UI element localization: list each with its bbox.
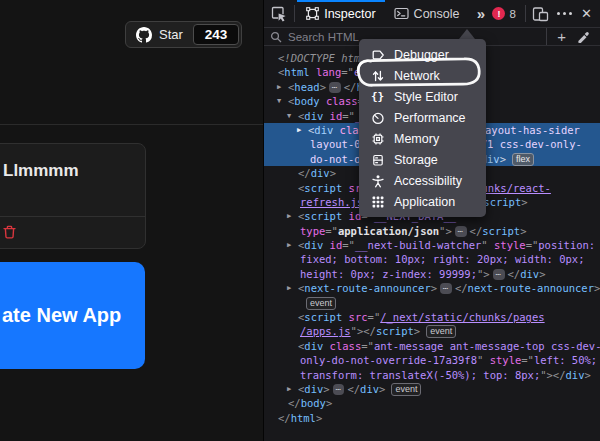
markup-node-line[interactable]: transform: translateX(-50%); top: 8px;">… xyxy=(264,368,600,382)
more-tabs-button[interactable]: » xyxy=(468,2,492,26)
create-new-app-button[interactable]: ate New App xyxy=(0,262,145,369)
expand-arrow-icon[interactable]: ▼ xyxy=(287,109,291,123)
style-editor-icon: {} xyxy=(370,90,385,103)
event-badge[interactable]: event xyxy=(306,297,336,310)
menu-item-debugger[interactable]: Debugger xyxy=(359,44,486,65)
more-tools-menu: Debugger Network {} Style Editor Perfo xyxy=(359,39,486,217)
console-icon xyxy=(394,7,409,20)
collapsed-content-pill[interactable]: ⋯ xyxy=(329,82,341,93)
menu-notch xyxy=(459,29,475,39)
expand-arrow-icon[interactable]: ▶ xyxy=(287,281,291,295)
markup-node-line[interactable]: </html> xyxy=(264,411,600,425)
menu-item-style-editor[interactable]: {} Style Editor xyxy=(359,86,486,107)
inspector-icon xyxy=(306,7,319,20)
app-card-title: Llmmmm xyxy=(0,144,145,216)
search-icon xyxy=(270,31,282,43)
devtools-panel: Inspector Console » ! 8 xyxy=(263,0,600,441)
collapsed-content-pill[interactable]: ⋯ xyxy=(493,269,505,280)
menu-item-accessibility[interactable]: Accessibility xyxy=(359,170,486,191)
collapsed-content-pill[interactable]: ⋯ xyxy=(455,226,467,237)
create-new-app-label: ate New App xyxy=(2,304,121,327)
github-star-count[interactable]: 243 xyxy=(193,24,240,45)
flex-badge[interactable]: flex xyxy=(512,153,534,166)
markup-node-line[interactable]: <div class="ant-message ant-message-top … xyxy=(264,339,600,353)
collapsed-content-pill[interactable]: ⋯ xyxy=(440,283,452,294)
add-node-button[interactable]: + xyxy=(550,29,573,44)
markup-node-line[interactable]: event xyxy=(264,296,600,310)
memory-icon xyxy=(370,132,385,146)
menu-item-storage[interactable]: Storage xyxy=(359,149,486,170)
menu-item-memory[interactable]: Memory xyxy=(359,128,486,149)
github-star-label: Star xyxy=(159,27,183,42)
expand-arrow-icon[interactable]: ▼ xyxy=(277,94,281,108)
menu-item-network[interactable]: Network xyxy=(359,65,486,86)
tab-inspector[interactable]: Inspector xyxy=(297,0,384,28)
devtools-menu-icon[interactable] xyxy=(552,2,576,26)
markup-node-line[interactable]: ▶<next-route-announcer>⋯</next-route-ann… xyxy=(264,281,600,295)
pick-element-icon[interactable] xyxy=(267,2,291,26)
expand-arrow-icon[interactable]: ▶ xyxy=(287,382,291,396)
page-header-divider xyxy=(0,124,263,125)
storage-icon xyxy=(370,153,385,167)
debugger-icon xyxy=(370,48,385,62)
expand-arrow-icon[interactable]: ▶ xyxy=(297,123,301,137)
github-logo-icon xyxy=(136,27,152,43)
markup-node-line[interactable]: </body> xyxy=(264,396,600,410)
markup-node-line[interactable]: height: 0px; z-index: 99999;">⋯</div> xyxy=(264,267,600,281)
menu-item-performance[interactable]: Performance xyxy=(359,107,486,128)
event-badge[interactable]: event xyxy=(391,383,421,396)
menu-item-application[interactable]: Application xyxy=(359,191,486,212)
markup-node-line[interactable]: ▶<div>⋯</div>event xyxy=(264,382,600,396)
tab-console[interactable]: Console xyxy=(385,0,469,28)
markup-node-line[interactable]: fixed; bottom: 10px; right: 20px; width:… xyxy=(264,252,600,266)
error-count: 8 xyxy=(509,8,515,20)
event-badge[interactable]: event xyxy=(426,325,456,338)
error-icon: ! xyxy=(492,7,505,20)
markup-node-line[interactable]: <script src="/_next/static/chunks/pages xyxy=(264,310,600,324)
markup-node-line[interactable]: only-do-not-override-17a39f8" style="lef… xyxy=(264,353,600,367)
app-card: Llmmmm xyxy=(0,143,146,249)
search-separator xyxy=(546,28,547,45)
github-star-left[interactable]: Star xyxy=(126,22,193,47)
eyedropper-icon[interactable] xyxy=(573,30,594,43)
devtools-toolbar: Inspector Console » ! 8 xyxy=(264,0,600,28)
close-devtools-icon[interactable]: ✕ xyxy=(576,6,600,21)
expand-arrow-icon[interactable]: ▶ xyxy=(287,238,291,252)
expand-arrow-icon[interactable]: ▶ xyxy=(287,209,291,223)
markup-node-line[interactable]: type="application/json">⋯</script> xyxy=(264,224,600,238)
application-icon xyxy=(370,195,385,209)
web-page: Star 243 Llmmmm ate New App xyxy=(0,0,263,441)
expand-arrow-icon[interactable]: ▶ xyxy=(277,80,281,94)
app-card-footer xyxy=(0,216,145,247)
responsive-design-mode-icon[interactable] xyxy=(528,2,552,26)
error-count-badge[interactable]: ! 8 xyxy=(492,7,515,20)
accessibility-icon xyxy=(370,174,385,188)
network-icon xyxy=(370,69,385,83)
tab-console-label: Console xyxy=(414,7,460,21)
tab-inspector-label: Inspector xyxy=(324,7,375,21)
delete-trash-icon[interactable] xyxy=(3,225,16,239)
github-star-button[interactable]: Star 243 xyxy=(125,21,242,48)
performance-icon xyxy=(370,111,385,125)
markup-node-line[interactable]: ▶<div id="__next-build-watcher" style="p… xyxy=(264,238,600,252)
collapsed-content-pill[interactable]: ⋯ xyxy=(333,384,345,395)
markup-node-line[interactable]: /apps.js"></script>event xyxy=(264,324,600,338)
